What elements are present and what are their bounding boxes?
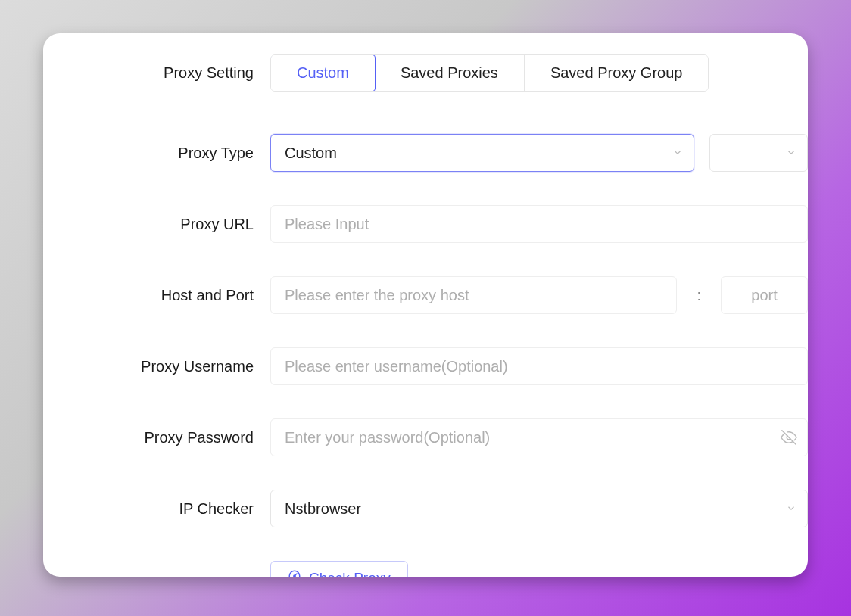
check-proxy-row: Check Proxy [43, 561, 808, 577]
check-proxy-button[interactable]: Check Proxy [270, 561, 408, 577]
proxy-type-label: Proxy Type [43, 145, 270, 162]
proxy-setting-row: Proxy Setting Custom Saved Proxies Saved… [43, 54, 808, 92]
proxy-url-label: Proxy URL [43, 216, 270, 233]
check-proxy-label: Check Proxy [309, 570, 391, 577]
tab-custom[interactable]: Custom [270, 54, 376, 92]
proxy-password-row: Proxy Password [43, 418, 808, 456]
proxy-username-input[interactable] [270, 347, 808, 385]
proxy-settings-panel: Proxy Setting Custom Saved Proxies Saved… [43, 33, 808, 577]
chevron-down-icon [672, 145, 683, 162]
eye-off-icon[interactable] [781, 429, 797, 446]
gauge-icon [288, 569, 301, 577]
proxy-host-input[interactable] [270, 276, 677, 314]
ip-checker-select[interactable]: Nstbrowser [270, 490, 808, 527]
ip-checker-row: IP Checker Nstbrowser [43, 490, 808, 527]
proxy-setting-label: Proxy Setting [43, 64, 270, 82]
proxy-setting-tabs: Custom Saved Proxies Saved Proxy Group [270, 54, 709, 92]
tab-saved-proxies[interactable]: Saved Proxies [375, 55, 525, 91]
proxy-password-input[interactable] [270, 418, 808, 456]
proxy-username-label: Proxy Username [43, 358, 270, 375]
chevron-down-icon [786, 145, 796, 162]
host-port-row: Host and Port : [43, 276, 808, 314]
proxy-type-row: Proxy Type Custom [43, 134, 808, 172]
host-port-label: Host and Port [43, 287, 270, 304]
host-port-separator: : [692, 287, 706, 304]
proxy-type-secondary-select[interactable] [709, 134, 808, 172]
proxy-url-row: Proxy URL [43, 205, 808, 243]
proxy-type-select[interactable]: Custom [270, 134, 694, 172]
tab-saved-proxy-group[interactable]: Saved Proxy Group [525, 55, 709, 91]
proxy-type-value: Custom [285, 145, 337, 162]
proxy-port-input[interactable] [721, 276, 808, 314]
chevron-down-icon [786, 500, 796, 518]
svg-point-2 [294, 575, 295, 577]
proxy-url-input[interactable] [270, 205, 808, 243]
ip-checker-value: Nstbrowser [285, 500, 361, 518]
proxy-username-row: Proxy Username [43, 347, 808, 385]
proxy-password-label: Proxy Password [43, 429, 270, 446]
ip-checker-label: IP Checker [43, 500, 270, 518]
svg-line-0 [782, 431, 796, 444]
